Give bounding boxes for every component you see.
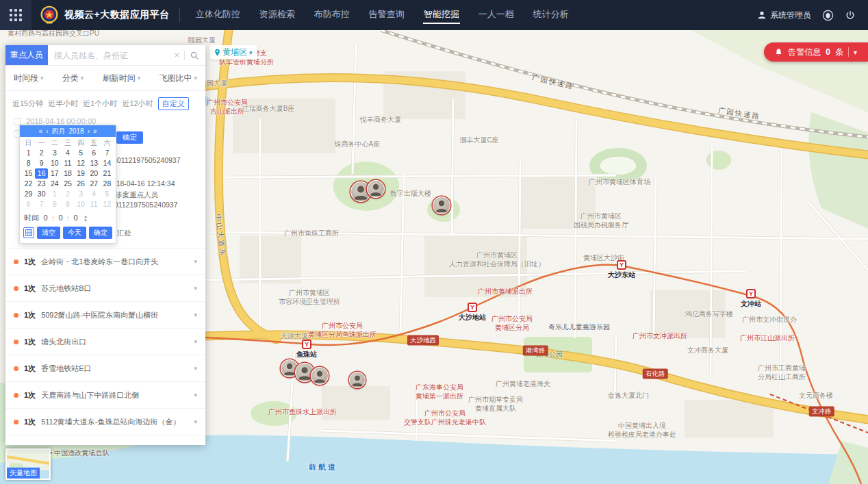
chevron-down-icon[interactable]: ▾: [194, 311, 197, 318]
calendar-day[interactable]: 21: [101, 168, 114, 179]
calendar-day[interactable]: 11: [88, 199, 101, 209]
confirm-button[interactable]: 确定: [116, 131, 143, 144]
calendar-day[interactable]: 9: [35, 158, 48, 168]
next-year-button[interactable]: »: [93, 128, 97, 135]
metro-station-marker[interactable]: Y文冲站: [741, 289, 761, 309]
nav-item[interactable]: 告警查询: [368, 6, 405, 24]
calendar-day[interactable]: 7: [35, 199, 48, 209]
list-item[interactable]: 1次苏元地铁站B口▾: [5, 275, 205, 302]
list-item[interactable]: 1次5092蟹山路-中医院东南向蟹山横街▾: [5, 302, 205, 329]
calendar-day[interactable]: 9: [61, 199, 74, 209]
person-photo-marker[interactable]: [367, 180, 385, 198]
filter-dropdown[interactable]: 时间段▾: [14, 73, 44, 84]
metro-station-marker[interactable]: Y大沙地站: [459, 303, 486, 322]
calendar-day[interactable]: 8: [22, 158, 35, 168]
nav-item[interactable]: 智能挖掘: [423, 6, 460, 24]
calendar-day[interactable]: 30: [35, 189, 48, 199]
time-value[interactable]: 0: [58, 214, 64, 222]
nav-item[interactable]: 资源检索: [259, 6, 296, 24]
quick-time-button[interactable]: 自定义: [158, 97, 189, 110]
list-item[interactable]: 1次塘头北街出口▾: [5, 329, 205, 355]
calendar-day[interactable]: 6: [22, 199, 35, 209]
calendar-year[interactable]: 2018: [68, 127, 84, 135]
nav-item[interactable]: 布防布控: [314, 6, 350, 24]
calendar-day[interactable]: 25: [61, 179, 74, 189]
calendar-day[interactable]: 19: [75, 168, 88, 179]
app-grid-button[interactable]: [0, 0, 31, 30]
calendar-day[interactable]: 13: [88, 158, 101, 168]
region-selector[interactable]: 黄埔区 ▾: [209, 45, 257, 60]
calendar-day[interactable]: 2: [61, 189, 74, 199]
metro-station-marker[interactable]: Y鱼珠站: [296, 340, 317, 359]
chevron-down-icon[interactable]: ▾: [194, 285, 197, 292]
calendar-day[interactable]: 3: [48, 148, 61, 158]
nav-item[interactable]: 立体化防控: [195, 6, 241, 24]
calendar-day[interactable]: 8: [48, 199, 61, 209]
calendar-day[interactable]: 15: [22, 168, 35, 179]
time-value[interactable]: 0: [42, 214, 49, 222]
calendar-day[interactable]: 7: [101, 148, 114, 158]
time-value[interactable]: 0: [73, 214, 79, 222]
calendar-day[interactable]: 17: [48, 168, 61, 179]
search-icon[interactable]: [190, 51, 199, 60]
calendar-day[interactable]: 26: [75, 179, 88, 189]
prev-year-button[interactable]: «: [38, 128, 42, 135]
calendar-icon[interactable]: [23, 227, 34, 238]
metro-station-marker[interactable]: Y大沙东站: [608, 260, 635, 280]
clear-icon[interactable]: ×: [174, 51, 179, 60]
power-icon[interactable]: [845, 10, 856, 21]
calendar-day[interactable]: 2: [35, 148, 48, 158]
list-item[interactable]: 1次企岭街－北1巷麦岭东一巷口向井头▾: [5, 249, 205, 275]
chevron-down-icon[interactable]: ▾: [194, 418, 197, 425]
calendar-day[interactable]: 5: [101, 189, 114, 199]
calendar-day[interactable]: 23: [35, 179, 48, 189]
calendar-footer-button[interactable]: 今天: [63, 227, 86, 239]
tab-key-persons[interactable]: 重点人员: [5, 45, 48, 65]
person-photo-marker[interactable]: [311, 367, 329, 385]
quick-time-button[interactable]: 近半小时: [48, 99, 78, 109]
user-menu[interactable]: 系统管理员: [757, 10, 811, 21]
calendar-day[interactable]: 12: [101, 199, 114, 209]
list-item[interactable]: 1次香雪地铁站E口▾: [5, 355, 205, 382]
chevron-down-icon[interactable]: ▾: [194, 392, 197, 398]
next-month-button[interactable]: ›: [88, 128, 90, 135]
calendar-day[interactable]: 3: [75, 189, 88, 199]
calendar-day[interactable]: 4: [88, 189, 101, 199]
quick-time-button[interactable]: 近1个小时: [83, 99, 117, 109]
calendar-day[interactable]: 10: [75, 199, 88, 209]
calendar-day[interactable]: 6: [88, 148, 101, 158]
calendar-day[interactable]: 22: [22, 179, 35, 189]
quick-time-button[interactable]: 近12小时: [122, 99, 153, 109]
calendar-day[interactable]: 29: [22, 189, 35, 199]
calendar-month[interactable]: 四月: [51, 127, 65, 136]
quick-time-button[interactable]: 近15分钟: [12, 99, 43, 109]
nav-item[interactable]: 一人一档: [478, 6, 515, 24]
list-item[interactable]: 1次天鹿南路与山下中路路口北侧▾: [5, 382, 205, 409]
chevron-down-icon[interactable]: ▾: [194, 338, 197, 345]
calendar-day[interactable]: 5: [75, 148, 88, 158]
calendar-footer-button[interactable]: 清空: [37, 227, 60, 239]
calendar-day[interactable]: 1: [48, 189, 61, 199]
calendar-day[interactable]: 1: [22, 148, 35, 158]
calendar-day[interactable]: 4: [61, 148, 74, 158]
chevron-down-icon[interactable]: ▾: [194, 365, 197, 372]
time-stepper[interactable]: ▲▼: [84, 214, 88, 222]
calendar-day[interactable]: 20: [88, 168, 101, 179]
alert-button[interactable]: 告警信息 0 条 ▾: [764, 42, 868, 62]
map-type-toggle[interactable]: 矢量地图: [7, 468, 40, 479]
checkbox[interactable]: [14, 118, 21, 125]
chevron-down-icon[interactable]: ▾: [854, 49, 857, 56]
calendar-day[interactable]: 28: [101, 179, 114, 189]
prev-month-button[interactable]: ‹: [46, 128, 48, 135]
calendar-day[interactable]: 11: [61, 158, 74, 168]
calendar-day[interactable]: 27: [88, 179, 101, 189]
nav-item[interactable]: 统计分析: [533, 6, 570, 24]
calendar-day[interactable]: 12: [75, 158, 88, 168]
calendar-day[interactable]: 14: [101, 158, 114, 168]
person-photo-marker[interactable]: [349, 372, 366, 388]
chevron-down-icon[interactable]: ▾: [194, 258, 197, 265]
filter-dropdown[interactable]: 飞图比中▾: [159, 73, 197, 84]
calendar-footer-button[interactable]: 确定: [89, 227, 112, 239]
search-input[interactable]: [54, 51, 169, 60]
filter-dropdown[interactable]: 分类▾: [62, 73, 84, 84]
